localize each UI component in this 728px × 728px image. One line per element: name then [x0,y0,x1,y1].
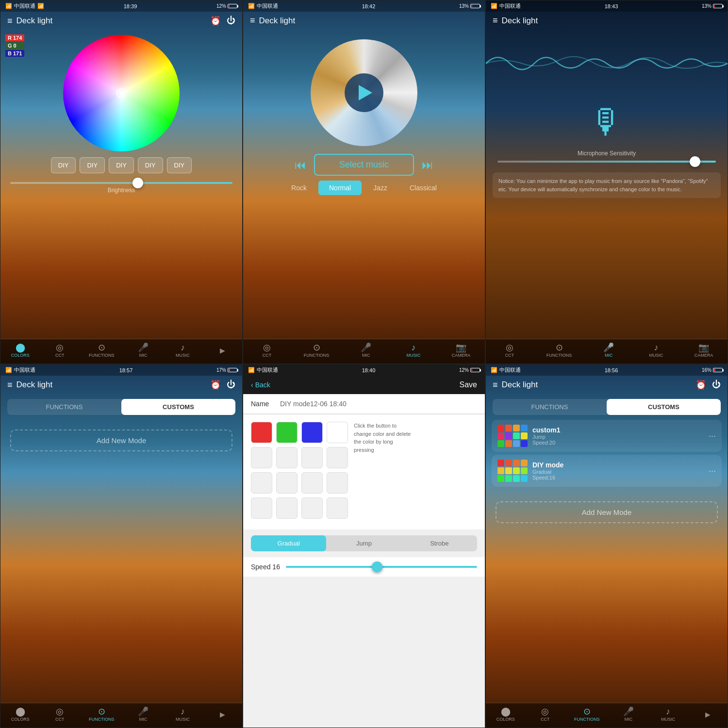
s3-menu-icon[interactable]: ≡ [493,16,498,26]
s6-nav-colors[interactable]: ⬤ COLORS [495,707,516,722]
mode-jump[interactable]: Jump [326,535,401,551]
color-cell-43[interactable] [301,497,323,519]
color-cell-b[interactable] [301,422,323,443]
brightness-track[interactable] [10,182,232,184]
diy-btn-5[interactable]: DIY [167,157,192,173]
color-cell-41[interactable] [251,497,272,519]
diy-mode-name: DIY mode [532,461,704,469]
nav-cct[interactable]: ◎ CCT [49,343,70,358]
color-cell-33[interactable] [301,472,323,494]
color-cell-21[interactable] [251,447,272,468]
color-cell-24[interactable] [327,447,348,468]
s2-cct-icon: ◎ [263,343,271,352]
alarm-icon[interactable]: ⏰ [210,16,221,26]
color-grid-section: Click the button to change color and del… [243,415,485,529]
tab-classical[interactable]: Classical [399,181,447,195]
s4-nav-functions[interactable]: ⊙ FUNCTIONS [89,707,115,722]
s6-nav-mic[interactable]: 🎤 MIC [618,707,639,722]
custom-item-2[interactable]: DIY mode Gradual Speed:16 ··· [492,455,722,487]
diy-btn-1[interactable]: DIY [51,157,76,173]
s6-nav-cct[interactable]: ◎ CCT [534,707,556,722]
s2-nav-mic[interactable]: 🎤 MIC [355,343,377,358]
color-cell-w[interactable] [327,422,348,443]
name-input[interactable] [280,400,477,408]
s6-alarm-icon[interactable]: ⏰ [695,380,706,390]
diy-mode-menu-icon[interactable]: ··· [709,466,716,476]
s4-nav-mic[interactable]: 🎤 MIC [132,707,154,722]
brightness-thumb[interactable] [132,178,143,188]
s6-segment-customs[interactable]: CUSTOMS [607,399,721,415]
color-cell-23[interactable] [301,447,323,468]
cd-disc[interactable] [311,39,417,146]
nav-more-arrow[interactable]: ▶ [212,347,233,354]
s6-power-icon[interactable]: ⏻ [712,380,721,390]
color-cell-g[interactable] [276,422,298,443]
s6-nav-more[interactable]: ▶ [697,711,718,718]
add-new-mode-button[interactable]: Add New Mode [10,430,232,451]
speed-thumb[interactable] [372,562,382,572]
select-music-button[interactable]: Select music [314,154,414,176]
s4-nav-colors[interactable]: ⬤ COLORS [10,707,31,722]
speed-track[interactable] [286,566,477,568]
s3-nav-music[interactable]: ♪ MUSIC [645,343,667,358]
color-cell-34[interactable] [327,472,348,494]
s3-nav-cct[interactable]: ◎ CCT [499,343,520,358]
nav-colors[interactable]: ⬤ COLORS [10,343,31,358]
custom1-menu-icon[interactable]: ··· [709,431,716,441]
tab-jazz[interactable]: Jazz [363,181,398,195]
skip-back-icon[interactable]: ⏮ [295,158,306,172]
menu-icon[interactable]: ≡ [7,16,13,26]
color-cell-44[interactable] [327,497,348,519]
name-label: Name [251,400,280,408]
cct-icon: ◎ [56,343,64,352]
nav-music[interactable]: ♪ MUSIC [172,343,194,358]
s2-menu-icon[interactable]: ≡ [250,16,255,26]
diy-btn-2[interactable]: DIY [80,157,105,173]
mode-gradual[interactable]: Gradual [251,535,326,551]
color-cell-31[interactable] [251,472,272,494]
s2-nav-camera[interactable]: 📷 CAMERA [450,343,472,358]
color-cell-22[interactable] [276,447,298,468]
s6-segment-functions[interactable]: FUNCTIONS [493,399,607,415]
s4-nav-music[interactable]: ♪ MUSIC [172,707,194,722]
power-icon[interactable]: ⏻ [227,16,235,26]
segment-functions[interactable]: FUNCTIONS [7,399,121,415]
diy-btn-3[interactable]: DIY [109,157,134,173]
color-wheel[interactable]: + [63,35,180,151]
mode-strobe[interactable]: Strobe [402,535,477,551]
s5-status-right: 12% [459,367,480,373]
diy-btn-4[interactable]: DIY [138,157,163,173]
back-button[interactable]: ‹ Back [251,381,270,389]
skip-forward-icon[interactable]: ⏭ [422,158,433,172]
color-cell-r[interactable] [251,422,272,443]
s2-nav-functions[interactable]: ⊙ FUNCTIONS [304,343,330,358]
s6-nav-music[interactable]: ♪ MUSIC [658,707,679,722]
s2-battery-fill [471,5,472,7]
s4-power-icon[interactable]: ⏻ [227,380,235,390]
s4-nav-more[interactable]: ▶ [212,711,233,718]
tab-normal[interactable]: Normal [318,181,362,195]
sensitivity-track[interactable] [497,161,716,163]
save-button[interactable]: Save [460,381,477,389]
color-cell-42[interactable] [276,497,298,519]
sensitivity-thumb[interactable] [690,156,700,167]
s3-nav-functions[interactable]: ⊙ FUNCTIONS [546,343,572,358]
s2-nav-music[interactable]: ♪ MUSIC [403,343,424,358]
custom-item-1[interactable]: custom1 Jump Speed:20 ··· [492,420,722,452]
s2-nav-cct[interactable]: ◎ CCT [256,343,278,358]
s3-nav-camera[interactable]: 📷 CAMERA [693,343,714,358]
s6-nav-functions[interactable]: ⊙ FUNCTIONS [574,707,600,722]
color-cell-32[interactable] [276,472,298,494]
s6-menu-icon[interactable]: ≡ [493,380,498,390]
nav-mic[interactable]: 🎤 MIC [132,343,154,358]
tab-rock[interactable]: Rock [281,181,317,195]
microphone-icon[interactable]: 🎙 [590,102,624,141]
s6-add-new-mode-button[interactable]: Add New Mode [496,501,718,523]
nav-functions[interactable]: ⊙ FUNCTIONS [89,343,115,358]
s3-nav-mic[interactable]: 🎤 MIC [598,343,619,358]
segment-customs[interactable]: CUSTOMS [121,399,235,415]
s4-nav-cct[interactable]: ◎ CCT [49,707,70,722]
s4-alarm-icon[interactable]: ⏰ [210,380,221,390]
s3-cct-icon: ◎ [506,343,513,352]
s4-menu-icon[interactable]: ≡ [7,380,13,390]
